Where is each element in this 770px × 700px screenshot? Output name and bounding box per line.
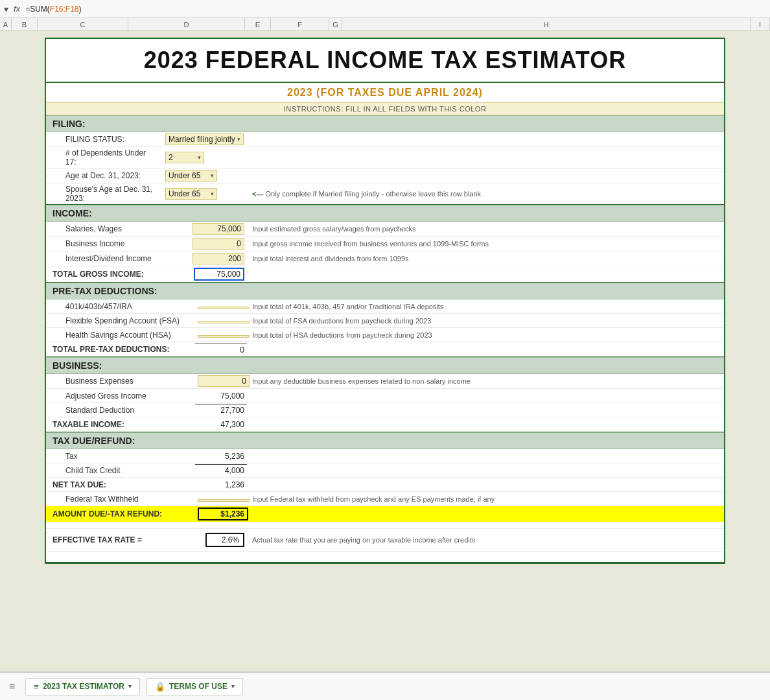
adjusted-gross-row: Adjusted Gross Income 75,000 <box>46 389 724 403</box>
hsa-value[interactable] <box>195 329 247 341</box>
salaries-input[interactable]: 75,000 <box>192 223 244 235</box>
amount-due-value: $1,236 <box>195 506 247 522</box>
business-income-row: Business Income 0 Input gross income rec… <box>46 237 724 251</box>
tab-terms-arrow: ▾ <box>231 683 235 690</box>
hamburger-button[interactable]: ≡ <box>5 678 19 695</box>
spouse-note-arrow: <--- <box>252 190 263 198</box>
net-tax-due-label: NET TAX DUE: <box>46 479 195 491</box>
sheet-area: 2023 FEDERAL INCOME TAX ESTIMATOR 2023 (… <box>0 31 770 700</box>
retirement-note: Input total of 401k, 403b, 457 and/or Tr… <box>247 301 724 312</box>
adjusted-gross-value: 75,000 <box>195 390 247 402</box>
salaries-note: Input estimated gross salary/wages from … <box>247 224 724 234</box>
col-header-c: C <box>38 18 128 30</box>
interest-income-note: Input total interest and dividends from … <box>247 253 724 264</box>
col-header-i: I <box>751 18 770 30</box>
tab-terms-of-use[interactable]: 🔒 TERMS OF USE ▾ <box>146 678 243 695</box>
interest-income-row: Interest/Dividend Income 200 Input total… <box>46 251 724 266</box>
federal-withheld-label: Federal Tax Withheld <box>46 493 195 505</box>
filing-header: FILING: <box>46 115 724 132</box>
subtitle: 2023 (FOR TAXES DUE APRIL 2024) <box>59 87 711 99</box>
standard-deduction-label: Standard Deduction <box>46 404 195 416</box>
interest-income-label: Interest/Dividend Income <box>46 253 163 264</box>
spouse-age-arrow: ▾ <box>211 191 214 197</box>
col-header-a: A <box>0 18 12 30</box>
spacer-row <box>46 522 724 529</box>
fsa-row: Flexible Spending Account (FSA) Input to… <box>46 314 724 328</box>
federal-withheld-note: Input Federal tax withheld from paycheck… <box>247 494 724 504</box>
filing-status-value[interactable]: Married filing jointly ▾ <box>163 132 247 146</box>
filing-status-arrow: ▾ <box>237 136 240 143</box>
col-header-d: D <box>128 18 245 30</box>
interest-income-input[interactable]: 200 <box>192 253 244 264</box>
dependents-label: # of Dependents Under 17: <box>46 147 163 168</box>
interest-income-value[interactable]: 200 <box>163 251 247 266</box>
dependents-text: 2 <box>169 153 173 162</box>
dependents-dropdown[interactable]: 2 ▾ <box>165 152 204 163</box>
spouse-age-label: Spouse's Age at Dec. 31, 2023: <box>46 183 163 204</box>
adjusted-gross-label: Adjusted Gross Income <box>46 390 195 402</box>
income-header: INCOME: <box>46 205 724 222</box>
salaries-label: Salaries, Wages <box>46 223 163 235</box>
business-section: BUSINESS: Business Expenses 0 Input any … <box>46 357 724 432</box>
bottom-bar: ≡ ≡ 2023 TAX ESTIMATOR ▾ 🔒 TERMS OF USE … <box>0 671 770 700</box>
dependents-row: # of Dependents Under 17: 2 ▾ <box>46 147 724 169</box>
business-income-value[interactable]: 0 <box>163 237 247 251</box>
child-tax-credit-label: Child Tax Credit <box>46 465 195 476</box>
tax-due-section: TAX DUE/REFUND: Tax 5,236 Child Tax Cred… <box>46 432 724 563</box>
hsa-row: Health Savings Account (HSA) Input total… <box>46 328 724 342</box>
federal-withheld-value[interactable] <box>195 493 247 505</box>
business-expenses-value[interactable]: 0 <box>195 374 247 388</box>
taxable-income-value: 47,300 <box>195 419 247 430</box>
tab-estimator-label: 2023 TAX ESTIMATOR <box>43 682 124 691</box>
hsa-input[interactable] <box>198 335 250 338</box>
age-row: Age at Dec. 31, 2023: Under 65 ▾ <box>46 169 724 183</box>
child-tax-credit-value: 4,000 <box>195 464 247 476</box>
instructions-bar: INSTRUCTIONS: FILL IN ALL FIELDS WITH TH… <box>46 102 724 115</box>
fsa-input[interactable] <box>198 321 250 323</box>
business-expenses-input[interactable]: 0 <box>198 375 250 387</box>
retirement-value[interactable] <box>195 301 247 312</box>
spouse-age-value[interactable]: Under 65 ▾ <box>163 187 247 201</box>
total-gross-income-value: 75,000 <box>163 266 247 282</box>
spouse-note-text: Only complete if Married filing jointly … <box>265 190 481 198</box>
pretax-section: PRE-TAX DEDUCTIONS: 401k/403b/457/IRA In… <box>46 283 724 357</box>
fsa-value[interactable] <box>195 315 247 327</box>
spouse-age-dropdown[interactable]: Under 65 ▾ <box>165 188 217 200</box>
dropdown-icon[interactable]: ▾ <box>4 4 8 14</box>
formula-bar: ▾ fx =SUM(F16:F18) <box>0 0 770 18</box>
federal-withheld-input[interactable] <box>198 499 250 502</box>
spouse-age-text: Under 65 <box>169 189 200 198</box>
total-gross-income-cell[interactable]: 75,000 <box>194 268 244 281</box>
retirement-label: 401k/403b/457/IRA <box>46 301 195 312</box>
age-text: Under 65 <box>169 171 200 180</box>
bottom-spacer <box>46 552 724 562</box>
spouse-age-row: Spouse's Age at Dec. 31, 2023: Under 65 … <box>46 183 724 204</box>
filing-status-dropdown[interactable]: Married filing jointly ▾ <box>165 134 244 145</box>
taxable-income-row: TAXABLE INCOME: 47,300 <box>46 417 724 432</box>
salaries-value[interactable]: 75,000 <box>163 222 247 236</box>
total-pretax-row: TOTAL PRE-TAX DEDUCTIONS: 0 <box>46 342 724 356</box>
age-dropdown[interactable]: Under 65 ▾ <box>165 170 217 181</box>
child-tax-credit-row: Child Tax Credit 4,000 <box>46 463 724 478</box>
filing-status-row: FILING STATUS: Married filing jointly ▾ <box>46 132 724 147</box>
content-area: 2023 FEDERAL INCOME TAX ESTIMATOR 2023 (… <box>0 31 770 700</box>
dependents-value[interactable]: 2 ▾ <box>163 150 247 165</box>
age-value[interactable]: Under 65 ▾ <box>163 169 247 183</box>
total-pretax-value: 0 <box>195 344 247 356</box>
spouse-age-note: <--- Only complete if Married filing joi… <box>247 189 724 199</box>
retirement-input[interactable] <box>198 307 250 309</box>
tab-2023-tax-estimator[interactable]: ≡ 2023 TAX ESTIMATOR ▾ <box>25 678 140 695</box>
spreadsheet-chrome: ▾ fx =SUM(F16:F18) A B C D E F G H I 202… <box>0 0 770 700</box>
tab-terms-icon: 🔒 <box>155 682 165 692</box>
business-income-input[interactable]: 0 <box>192 238 244 250</box>
retirement-row: 401k/403b/457/IRA Input total of 401k, 4… <box>46 299 724 314</box>
tab-estimator-icon: ≡ <box>34 682 39 692</box>
title-section: 2023 FEDERAL INCOME TAX ESTIMATOR <box>46 39 724 83</box>
effective-rate-note: Actual tax rate that you are paying on y… <box>247 535 724 545</box>
effective-rate-row: EFFECTIVE TAX RATE = 2.6% Actual tax rat… <box>46 529 724 552</box>
age-label: Age at Dec. 31, 2023: <box>46 170 163 181</box>
tax-value: 5,236 <box>195 450 247 462</box>
business-income-note: Input gross income received from busines… <box>247 239 724 249</box>
col-header-h: H <box>342 18 751 30</box>
salaries-row: Salaries, Wages 75,000 Input estimated g… <box>46 222 724 237</box>
